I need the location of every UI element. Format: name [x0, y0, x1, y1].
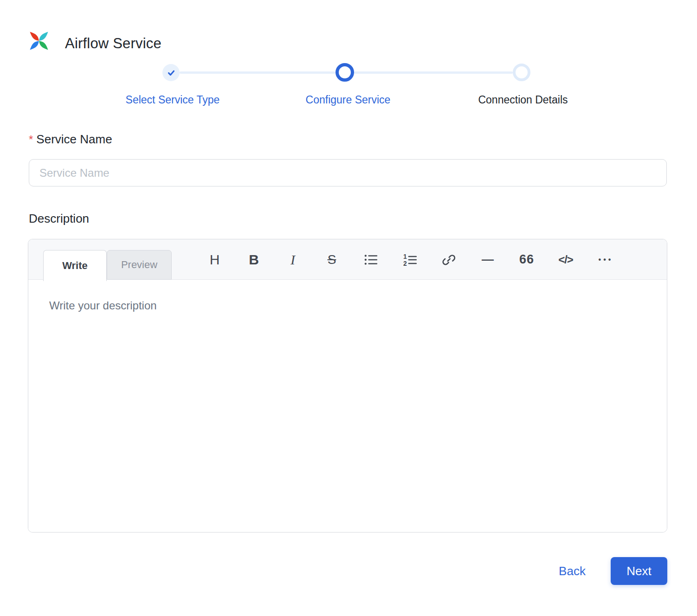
italic-icon[interactable]: I: [284, 250, 302, 270]
service-name-input[interactable]: [29, 159, 667, 186]
svg-text:1: 1: [403, 253, 407, 260]
svg-text:2: 2: [403, 259, 407, 266]
strikethrough-icon[interactable]: S: [323, 250, 341, 270]
link-icon[interactable]: [439, 250, 458, 270]
tab-write[interactable]: Write: [43, 250, 107, 281]
service-name-label: *Service Name: [29, 132, 112, 147]
check-icon: [166, 68, 176, 78]
airflow-logo-icon: [28, 30, 50, 52]
step-connection-details-indicator[interactable]: [513, 64, 530, 81]
back-button[interactable]: Back: [559, 564, 586, 578]
required-marker: *: [29, 133, 33, 146]
bullet-list-icon[interactable]: [361, 250, 380, 270]
page-title: Airflow Service: [65, 34, 161, 53]
editor-content-area: [28, 280, 667, 532]
more-options-icon[interactable]: •••: [595, 250, 614, 270]
horizontal-rule-icon[interactable]: —: [478, 250, 497, 270]
step-label-configure-service[interactable]: Configure Service: [306, 93, 391, 107]
step-label-select-service-type[interactable]: Select Service Type: [126, 93, 220, 107]
description-editor: H B I S 1 2: [28, 239, 667, 533]
heading-icon[interactable]: H: [206, 250, 224, 270]
description-textarea[interactable]: [28, 280, 667, 532]
configure-service-page: Airflow Service Select Service Type Conf…: [0, 0, 697, 616]
editor-toolbar-buttons: H B I S 1 2: [206, 239, 614, 280]
bold-icon[interactable]: B: [245, 250, 263, 270]
stepper-connector: [180, 71, 336, 74]
tab-preview[interactable]: Preview: [107, 250, 172, 280]
code-icon[interactable]: </>: [556, 250, 575, 270]
description-label: Description: [29, 211, 89, 226]
service-name-label-text: Service Name: [36, 132, 112, 146]
stepper-connector: [354, 71, 513, 74]
step-select-service-type-indicator[interactable]: [162, 64, 180, 81]
step-label-connection-details[interactable]: Connection Details: [478, 93, 568, 107]
next-button[interactable]: Next: [611, 557, 667, 585]
numbered-list-icon[interactable]: 1 2: [400, 250, 419, 270]
step-configure-service-indicator[interactable]: [336, 63, 354, 82]
quote-icon[interactable]: 66: [517, 250, 536, 270]
